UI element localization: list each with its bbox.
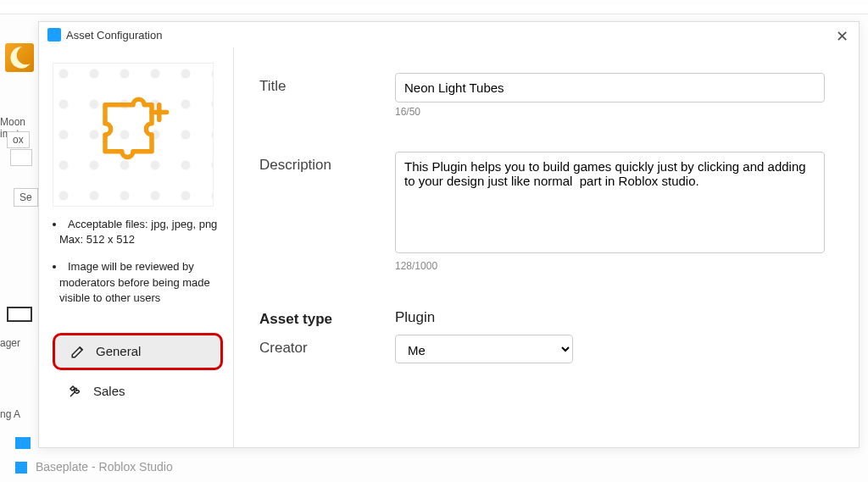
title-counter: 16/50 <box>395 106 825 118</box>
bg-toolbar: Moon imat <box>0 38 38 77</box>
bg-top-strip <box>0 4 868 14</box>
note-acceptable: Acceptable files: jpg, jpeg, png Max: 51… <box>53 217 223 247</box>
edit-icon <box>70 344 86 359</box>
modal-body: Acceptable files: jpg, jpeg, png Max: 51… <box>39 47 859 447</box>
row-asset-type: Asset type Plugin <box>259 306 825 328</box>
tab-general[interactable]: General <box>53 333 223 370</box>
tab-general-label: General <box>96 344 141 358</box>
puzzle-plus-icon <box>86 88 180 181</box>
modal-title-text: Asset Configuration <box>66 29 162 42</box>
creator-select[interactable]: Me <box>395 335 573 363</box>
description-input[interactable]: This Plugin helps you to build games qui… <box>395 152 825 253</box>
roblox-taskbar-icon <box>15 462 27 474</box>
title-input[interactable] <box>395 73 825 102</box>
moon-plugin-icon <box>5 43 34 72</box>
asset-type-label: Asset type <box>259 306 395 328</box>
description-label: Description <box>259 152 395 272</box>
asset-type-value: Plugin <box>395 306 825 328</box>
left-pane: Acceptable files: jpg, jpeg, png Max: 51… <box>39 47 234 447</box>
close-glyph: ✕ <box>836 28 849 45</box>
moon-label-1: Moon <box>0 116 25 128</box>
row-title: Title 16/50 <box>259 73 825 118</box>
taskbar-item[interactable]: Baseplate - Roblox Studio <box>15 460 173 474</box>
tab-sales-label: Sales <box>93 384 125 398</box>
modal-titlebar[interactable]: Asset Configuration <box>39 22 859 47</box>
bg-empty-box <box>10 149 32 166</box>
bg-ox-label: ox <box>7 131 30 148</box>
asset-thumbnail[interactable] <box>53 63 214 207</box>
close-icon[interactable]: ✕ <box>836 27 849 46</box>
note-review: Image will be reviewed by moderators bef… <box>53 259 223 306</box>
taskbar-label: Baseplate - Roblox Studio <box>36 460 173 474</box>
tools-icon <box>68 384 83 399</box>
upload-notes: Acceptable files: jpg, jpeg, png Max: 51… <box>53 217 223 318</box>
bg-se-label: Se <box>14 188 38 207</box>
asset-config-modal: Asset Configuration ✕ Acceptable files: … <box>38 21 860 448</box>
right-pane: Title 16/50 Description This Plugin help… <box>234 47 859 447</box>
modal-app-icon <box>47 28 61 42</box>
bg-ager-label: ager <box>0 337 20 349</box>
bg-rect <box>7 307 32 322</box>
description-counter: 128/1000 <box>395 260 825 272</box>
sidebar-tabs: General Sales <box>53 333 223 413</box>
row-description: Description This Plugin helps you to bui… <box>259 152 825 272</box>
row-creator: Creator Me <box>259 335 825 363</box>
title-label: Title <box>259 73 395 118</box>
creator-label: Creator <box>259 335 395 363</box>
bg-blue-chip <box>15 437 31 449</box>
tab-sales[interactable]: Sales <box>53 375 223 407</box>
bg-ng-label: ng A <box>0 408 20 420</box>
